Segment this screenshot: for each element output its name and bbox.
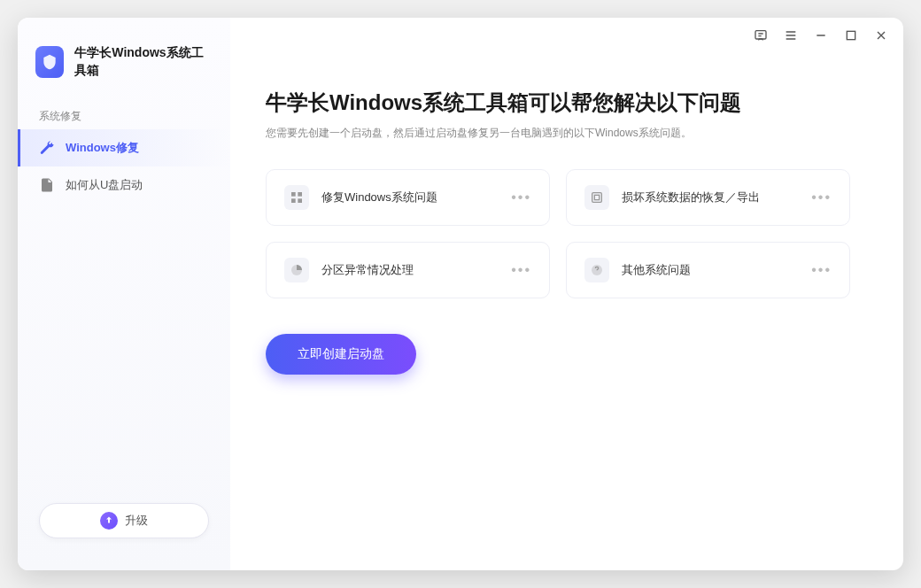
svg-rect-1 [847,31,855,39]
card-label: 修复Windows系统问题 [321,190,511,205]
create-boot-disk-button[interactable]: 立即创建启动盘 [266,334,416,375]
grid-icon [284,185,309,210]
feature-cards: 修复Windows系统问题 ••• 损坏系统数据的恢复／导出 ••• 分区异常情… [266,169,850,298]
partition-icon [284,258,309,282]
sidebar: 牛学长Windows系统工具箱 系统修复 Windows修复 如何从U盘启动 升… [18,18,230,570]
more-icon: ••• [811,190,832,205]
minimize-icon[interactable] [813,27,829,43]
card-partition[interactable]: 分区异常情况处理 ••• [266,242,550,298]
svg-rect-0 [755,31,766,39]
svg-rect-2 [291,192,296,197]
svg-rect-7 [594,195,599,199]
disk-icon [584,185,609,210]
card-label: 损坏系统数据的恢复／导出 [622,190,811,205]
sidebar-item-windows-repair[interactable]: Windows修复 [18,129,230,166]
card-repair-windows[interactable]: 修复Windows系统问题 ••• [266,169,550,226]
svg-rect-5 [298,198,302,203]
document-icon [39,177,55,193]
feedback-icon[interactable] [753,27,769,43]
brand-logo-icon [35,46,64,78]
svg-rect-4 [291,198,296,203]
page-subtitle: 您需要先创建一个启动盘，然后通过启动盘修复另一台电脑遇到的以下Windows系统… [266,126,850,141]
more-icon: ••• [511,262,531,278]
page-title: 牛学长Windows系统工具箱可以帮您解决以下问题 [266,89,850,117]
card-data-recovery[interactable]: 损坏系统数据的恢复／导出 ••• [566,169,850,226]
brand: 牛学长Windows系统工具箱 [18,44,230,100]
card-other-issues[interactable]: 其他系统问题 ••• [566,242,850,298]
brand-title: 牛学长Windows系统工具箱 [74,44,213,79]
sidebar-item-label: 如何从U盘启动 [66,177,143,193]
sidebar-item-usb-boot[interactable]: 如何从U盘启动 [18,166,230,204]
wrench-icon [39,140,55,156]
upgrade-label: 升级 [125,513,148,529]
upgrade-icon [100,512,118,530]
upgrade-button[interactable]: 升级 [39,503,209,538]
question-icon [584,258,609,282]
close-icon[interactable] [873,27,889,43]
svg-rect-6 [592,193,602,203]
main-content: 牛学长Windows系统工具箱可以帮您解决以下问题 您需要先创建一个启动盘，然后… [230,18,903,570]
sidebar-section-label: 系统修复 [18,104,230,129]
sidebar-item-label: Windows修复 [66,140,139,156]
card-label: 分区异常情况处理 [321,262,511,278]
maximize-icon[interactable] [843,27,859,43]
more-icon: ••• [811,262,832,278]
card-label: 其他系统问题 [622,262,811,278]
more-icon: ••• [511,190,531,205]
app-window: 牛学长Windows系统工具箱 系统修复 Windows修复 如何从U盘启动 升… [18,18,903,570]
titlebar [739,18,903,53]
svg-rect-3 [298,192,302,197]
menu-icon[interactable] [783,27,799,43]
